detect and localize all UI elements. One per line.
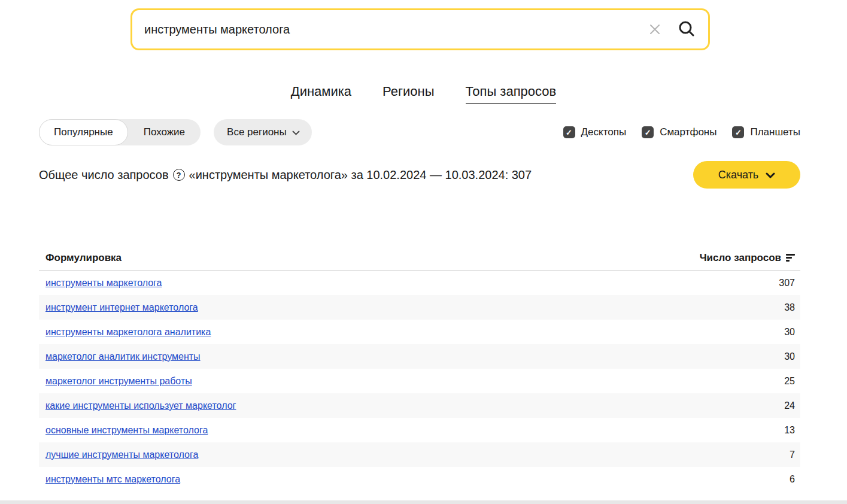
chevron-down-icon — [292, 126, 300, 138]
download-label: Скачать — [718, 169, 759, 181]
filters-left: Популярные Похожие Все регионы — [39, 119, 312, 145]
query-link[interactable]: какие инструменты использует маркетолог — [45, 400, 236, 411]
checkbox-tablets[interactable]: ✓ Планшеты — [732, 126, 800, 138]
query-link[interactable]: маркетолог аналитик инструменты — [45, 351, 201, 362]
query-link[interactable]: инструменты мтс маркетолога — [45, 474, 180, 485]
search-icon[interactable] — [677, 20, 696, 39]
query-count: 30 — [784, 327, 795, 338]
tab-regions[interactable]: Регионы — [382, 84, 434, 104]
sort-descending-icon — [786, 254, 795, 262]
table-row: инструменты маркетолога 307 — [39, 271, 800, 295]
summary-text-before: Общее число запросов — [39, 168, 169, 182]
device-filters: ✓ Десктопы ✓ Смартфоны ✓ Планшеты — [563, 126, 800, 138]
summary-row: Общее число запросов ? «инструменты марк… — [0, 161, 847, 189]
query-link[interactable]: маркетолог инструменты работы — [45, 376, 192, 387]
region-select[interactable]: Все регионы — [214, 119, 312, 145]
download-button[interactable]: Скачать — [693, 161, 800, 189]
region-select-label: Все регионы — [227, 126, 287, 138]
device-label: Смартфоны — [660, 126, 717, 138]
device-label: Планшеты — [750, 126, 800, 138]
query-count: 7 — [790, 450, 795, 460]
summary-text-after: «инструменты маркетолога» за 10.02.2024 … — [189, 168, 532, 182]
total-queries-summary: Общее число запросов ? «инструменты марк… — [39, 168, 532, 182]
footer-divider — [0, 500, 847, 504]
search-bar — [130, 8, 710, 50]
tab-top-queries[interactable]: Топы запросов — [466, 84, 557, 104]
table-row: какие инструменты использует маркетолог … — [39, 393, 800, 418]
tab-dynamics[interactable]: Динамика — [291, 84, 351, 104]
query-count: 25 — [784, 376, 795, 387]
table-header: Формулировка Число запросов — [39, 232, 800, 271]
query-count: 24 — [784, 400, 795, 411]
chevron-down-icon — [766, 169, 775, 181]
checkmark-icon: ✓ — [642, 126, 654, 138]
table-row: инструменты мтс маркетолога 6 — [39, 467, 800, 491]
query-link[interactable]: инструмент интернет маркетолога — [45, 302, 198, 313]
table-row: инструменты маркетолога аналитика 30 — [39, 320, 800, 344]
checkmark-icon: ✓ — [563, 126, 575, 138]
query-type-switch: Популярные Похожие — [39, 119, 201, 145]
column-header-phrase: Формулировка — [45, 252, 122, 264]
checkbox-desktops[interactable]: ✓ Десктопы — [563, 126, 627, 138]
tabs: Динамика Регионы Топы запросов — [0, 84, 847, 104]
search-input[interactable] — [132, 23, 648, 37]
table-row: основные инструменты маркетолога 13 — [39, 418, 800, 442]
device-label: Десктопы — [581, 126, 627, 138]
query-count: 13 — [784, 425, 795, 436]
table-row: инструмент интернет маркетолога 38 — [39, 295, 800, 320]
table-row: лучшие инструменты маркетолога 7 — [39, 442, 800, 467]
checkmark-icon: ✓ — [732, 126, 744, 138]
query-link[interactable]: инструменты маркетолога — [45, 278, 162, 289]
segment-similar[interactable]: Похожие — [128, 119, 201, 145]
help-icon[interactable]: ? — [173, 169, 185, 181]
clear-icon[interactable] — [648, 23, 661, 36]
filters-row: Популярные Похожие Все регионы ✓ Десктоп… — [0, 119, 847, 145]
column-header-count[interactable]: Число запросов — [700, 252, 795, 264]
query-link[interactable]: основные инструменты маркетолога — [45, 425, 208, 436]
query-count: 307 — [779, 278, 795, 289]
query-count: 6 — [790, 474, 795, 485]
checkbox-smartphones[interactable]: ✓ Смартфоны — [642, 126, 717, 138]
query-count: 30 — [784, 351, 795, 362]
table-row: маркетолог инструменты работы 25 — [39, 369, 800, 393]
table-row: маркетолог аналитик инструменты 30 — [39, 344, 800, 369]
query-link[interactable]: инструменты маркетолога аналитика — [45, 327, 211, 338]
queries-table: Формулировка Число запросов инструменты … — [39, 232, 800, 491]
column-header-count-label: Число запросов — [700, 252, 781, 264]
query-count: 38 — [784, 302, 795, 313]
query-link[interactable]: лучшие инструменты маркетолога — [45, 450, 198, 460]
segment-popular[interactable]: Популярные — [39, 119, 128, 145]
